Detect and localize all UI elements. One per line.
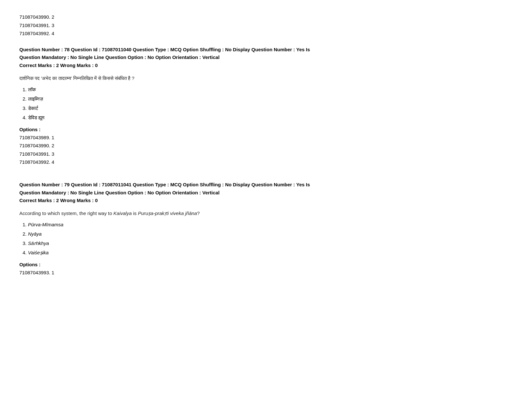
question-79-meta: Question Number : 79 Question Id : 71087… bbox=[19, 181, 513, 205]
top-option-2: 71087043991. 3 bbox=[19, 21, 513, 30]
question-78-options-list: 1. लॉक 2. लाइब्निज़ 3. डेकार्ट 4. डेविड … bbox=[19, 86, 513, 122]
question-79-text-plain: According to which system, the right way… bbox=[19, 210, 113, 216]
top-option-3: 71087043992. 4 bbox=[19, 29, 513, 38]
list-item: 4. Vaiśeṣika bbox=[23, 249, 513, 257]
answer-option: 71087043990. 2 bbox=[19, 142, 513, 150]
top-option-1: 71087043990. 2 bbox=[19, 13, 513, 21]
answer-option: 71087043993. 1 bbox=[19, 269, 513, 277]
list-item: 4. डेविड ह्यूम bbox=[23, 114, 513, 122]
question-79-text: According to which system, the right way… bbox=[19, 210, 513, 216]
top-partial-options: 71087043990. 2 71087043991. 3 7108704399… bbox=[19, 13, 513, 38]
list-item: 3. Sāṁkhya bbox=[23, 240, 513, 247]
question-78-meta-line3: Correct Marks : 2 Wrong Marks : 0 bbox=[19, 62, 513, 70]
question-78-block: Question Number : 78 Question Id : 71087… bbox=[19, 46, 513, 166]
question-78-meta: Question Number : 78 Question Id : 71087… bbox=[19, 46, 513, 70]
answer-option: 71087043992. 4 bbox=[19, 158, 513, 166]
list-item: 2. Nyāya bbox=[23, 230, 513, 238]
question-79-meta-line3: Correct Marks : 2 Wrong Marks : 0 bbox=[19, 197, 513, 205]
question-78-meta-line2: Question Mandatory : No Single Line Ques… bbox=[19, 54, 513, 62]
answer-option: 71087043991. 3 bbox=[19, 150, 513, 158]
question-79-options-list: 1. Pūrva-Mīmamsa 2. Nyāya 3. Sāṁkhya 4. … bbox=[19, 221, 513, 257]
question-78-answer-options: 71087043989. 1 71087043990. 2 7108704399… bbox=[19, 133, 513, 166]
question-78-meta-line1: Question Number : 78 Question Id : 71087… bbox=[19, 46, 513, 54]
question-79-meta-line2: Question Mandatory : No Single Line Ques… bbox=[19, 189, 513, 197]
question-79-block: Question Number : 79 Question Id : 71087… bbox=[19, 181, 513, 277]
question-79-italic2: Puruṣa-prakṛti viveka jñāna bbox=[138, 210, 197, 216]
question-79-options-label: Options : bbox=[19, 262, 513, 267]
question-79-text-end: ? bbox=[197, 210, 200, 216]
answer-option: 71087043989. 1 bbox=[19, 133, 513, 142]
question-78-text: दार्शनिक पद 'अभेद का तादात्म्य' निम्नलिख… bbox=[19, 75, 513, 81]
question-79-text-mid: is bbox=[132, 210, 138, 216]
question-79-answer-options: 71087043993. 1 bbox=[19, 269, 513, 277]
list-item: 1. Pūrva-Mīmamsa bbox=[23, 221, 513, 229]
list-item: 2. लाइब्निज़ bbox=[23, 95, 513, 103]
question-79-italic1: Kaivalya bbox=[113, 210, 132, 216]
list-item: 3. डेकार्ट bbox=[23, 104, 513, 112]
question-78-options-label: Options : bbox=[19, 127, 513, 132]
question-79-meta-line1: Question Number : 79 Question Id : 71087… bbox=[19, 181, 513, 189]
list-item: 1. लॉक bbox=[23, 86, 513, 93]
